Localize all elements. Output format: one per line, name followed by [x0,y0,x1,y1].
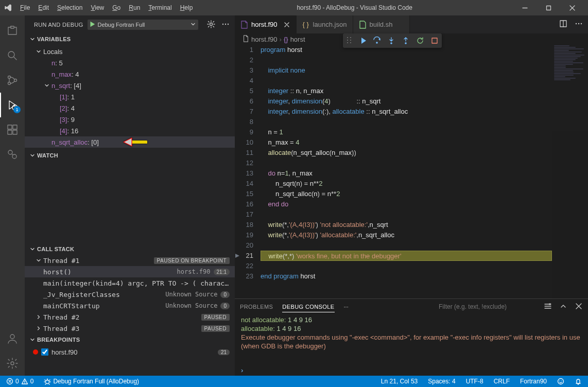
settings-gear-icon[interactable] [0,351,25,376]
chevron-right-icon: › [280,36,282,43]
more-icon[interactable] [221,20,230,29]
svg-point-12 [10,335,14,339]
editor-area: horst.f90{ }launch.jsonbuild.sh horst.f9… [235,15,588,376]
stack-frame[interactable]: mainCRTStartupUnknown Source0 [25,300,235,311]
status-errors[interactable]: 0 0 [4,378,36,385]
code-content[interactable]: program horst implicit none integer :: n… [261,45,588,298]
file-icon [242,35,249,44]
source-control-icon[interactable] [0,68,25,93]
stack-frame[interactable]: main(integer(kind=4) argc, PTR TO -> ( c… [25,277,235,289]
status-encoding[interactable]: UTF-8 [464,378,486,385]
status-cursor[interactable]: Ln 21, Col 53 [379,378,420,385]
more-icon[interactable] [575,20,583,29]
thread-row[interactable]: Thread #3PAUSED [25,323,235,334]
stop-icon[interactable] [430,37,439,45]
launch-config-selector[interactable]: Debug Fortran Full [88,20,199,30]
file-icon [358,21,367,29]
more-icon[interactable]: ··· [344,304,349,310]
breakpoint-row[interactable]: horst.f9021 [25,346,235,358]
debug-toolbar[interactable] [343,33,442,48]
status-eol[interactable]: CRLF [492,378,512,385]
close-icon[interactable] [283,21,291,29]
svg-point-27 [350,42,351,43]
panel-tabs: PROBLEMS DEBUG CONSOLE ··· [235,299,588,314]
run-debug-icon[interactable]: 1 [0,93,25,117]
gear-icon[interactable] [207,20,215,29]
variable-row[interactable]: [3]: 9 [25,114,235,125]
stack-frame[interactable]: _Jv_RegisterClassesUnknown Source0 [25,289,235,300]
clear-console-icon[interactable] [544,302,552,311]
feedback-icon[interactable] [555,378,566,385]
editor-tab[interactable]: build.sh [353,15,410,33]
debug-console-output[interactable]: not allocatable: 1 4 9 16allocatable: 1 … [235,314,588,364]
bottom-panel: PROBLEMS DEBUG CONSOLE ··· not allocatab… [235,298,588,376]
editor-tabs: horst.f90{ }launch.jsonbuild.sh [235,15,588,33]
variable-row[interactable]: n: 5 [25,57,235,68]
menu-view[interactable]: View [87,2,108,13]
variable-row[interactable]: n_sqrt_alloc: [0] [25,136,235,148]
watch-section-header[interactable]: WATCH [25,150,235,161]
maximize-button[interactable] [537,0,560,15]
variable-row[interactable]: n_sqrt: [4] [25,80,235,91]
svg-point-34 [558,379,564,384]
start-debug-icon[interactable] [89,21,96,29]
debug-console-input[interactable]: › [235,364,588,376]
menu-help[interactable]: Help [177,2,197,13]
minimize-button[interactable] [513,0,537,15]
chevron-down-icon [29,337,36,343]
symbol-icon: {} [284,36,288,43]
svg-point-29 [390,42,392,44]
variable-row[interactable]: [4]: 16 [25,125,235,136]
collapse-icon[interactable] [559,302,567,311]
testing-icon[interactable] [0,142,25,167]
breakpoints-section-header[interactable]: BREAKPOINTS [25,334,235,345]
stack-frame[interactable]: horst()horst.f9021:1 [25,266,235,277]
breakpoint-checkbox[interactable] [41,348,48,356]
continue-icon[interactable] [358,37,367,45]
step-into-icon[interactable] [387,37,395,45]
locals-scope[interactable]: Locals [25,46,235,57]
menu-selection[interactable]: Selection [54,2,86,13]
menu-edit[interactable]: Edit [34,2,53,13]
filter-input[interactable] [436,302,528,311]
status-language[interactable]: Fortran90 [518,378,549,385]
problems-tab[interactable]: PROBLEMS [240,302,273,312]
close-panel-icon[interactable] [575,302,583,311]
window-title: horst.f90 - AlloDebug - Visual Studio Co… [196,4,513,11]
menu-file[interactable]: File [16,2,33,13]
editor-tab[interactable]: horst.f90 [235,15,297,33]
variable-row[interactable]: [1]: 1 [25,91,235,102]
status-debug[interactable]: Debug Fortran Full (AlloDebug) [42,378,141,385]
variable-row[interactable]: [2]: 4 [25,102,235,114]
thread-row[interactable]: Thread #2PAUSED [25,311,235,323]
variables-section-header[interactable]: VARIABLES [25,33,235,45]
breadcrumb[interactable]: horst.f90 › {} horst [235,33,588,45]
watch-body[interactable] [25,161,235,243]
svg-point-17 [228,23,229,24]
minimap[interactable] [552,45,588,298]
code-editor[interactable]: 1234567891011121314151617181920212223 pr… [235,45,588,298]
menu-go[interactable]: Go [109,2,124,13]
notifications-icon[interactable] [573,378,584,385]
breadcrumb-file[interactable]: horst.f90 [251,36,278,43]
menu-terminal[interactable]: Terminal [145,2,175,13]
menu-run[interactable]: Run [125,2,144,13]
debug-console-tab[interactable]: DEBUG CONSOLE [282,302,334,312]
step-out-icon[interactable] [402,37,410,45]
editor-tab[interactable]: { }launch.json [297,15,353,33]
extensions-icon[interactable] [0,117,25,142]
search-icon[interactable] [0,43,25,68]
restart-icon[interactable] [416,37,424,45]
status-spaces[interactable]: Spaces: 4 [426,378,457,385]
step-over-icon[interactable] [373,37,381,45]
thread-row[interactable]: Thread #1PAUSED ON BREAKPOINT [25,255,235,266]
callstack-section-header[interactable]: CALL STACK [25,243,235,255]
close-button[interactable] [560,0,584,15]
grip-icon[interactable] [346,37,352,45]
breadcrumb-symbol[interactable]: horst [290,36,305,43]
accounts-icon[interactable] [0,326,25,351]
svg-point-21 [581,23,582,24]
explorer-icon[interactable] [0,19,25,43]
split-editor-icon[interactable] [559,20,567,29]
variable-row[interactable]: n_max: 4 [25,68,235,80]
